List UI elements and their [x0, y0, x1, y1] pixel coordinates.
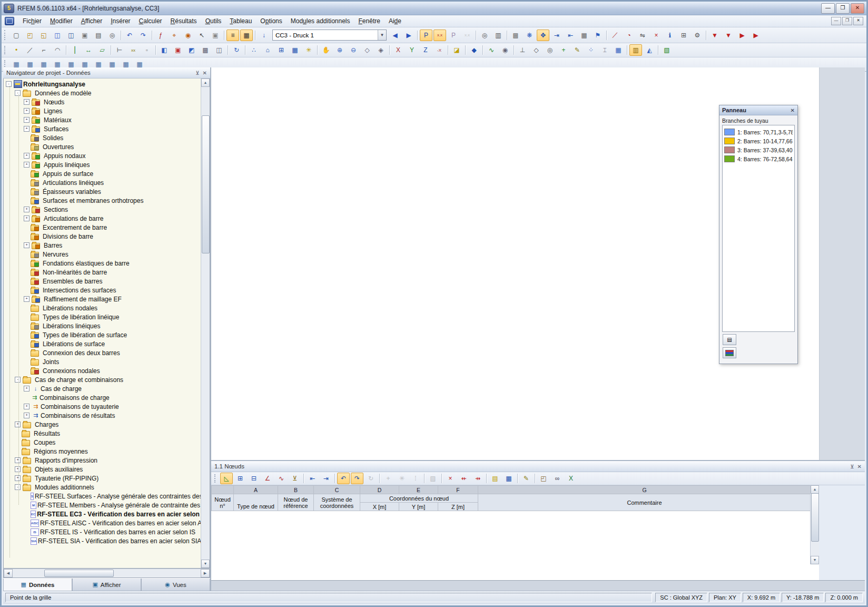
view-iso-icon[interactable]: ◈: [374, 44, 387, 56]
dimension-tool-icon[interactable]: ⊢: [113, 44, 126, 56]
tree-item-rf-steel-sia-v-rification-des-barres-en-[interactable]: SIARF-STEEL SIA - Vérification des barre…: [4, 536, 201, 545]
expand-icon[interactable]: +: [24, 386, 29, 391]
renumber-icon[interactable]: ▥: [492, 30, 505, 41]
color-scale-button[interactable]: [723, 347, 736, 358]
mdi-close-button[interactable]: ✕: [853, 17, 863, 25]
zoom-target-icon[interactable]: ◉: [182, 30, 194, 41]
tree-item-connexions-nodales[interactable]: Connexions nodales: [4, 366, 201, 375]
column-letter-B[interactable]: B: [278, 486, 314, 494]
close-button[interactable]: ✕: [851, 3, 864, 14]
close-icon[interactable]: ✕: [203, 70, 207, 76]
tree-item-modules-additionnels[interactable]: -Modules additionnels: [4, 483, 201, 492]
tree-item-r-sultats[interactable]: Résultats: [4, 429, 201, 438]
menu-fen-tre[interactable]: Fenêtre: [354, 16, 384, 26]
show-results-icon[interactable]: P: [447, 30, 460, 41]
tree-item-combinaisons-de-tuyauterie[interactable]: +⇉Combinaisons de tuyauterie: [4, 402, 201, 411]
tree-item-donn-es-de-mod-le[interactable]: -Données de modèle: [4, 89, 201, 97]
visibility-flag-icon[interactable]: ⚑: [591, 30, 604, 41]
pin-view-2-icon[interactable]: ▼: [722, 30, 735, 41]
edit-language-icon[interactable]: ƒ: [154, 30, 167, 41]
tree-item-articulations-de-barre[interactable]: +Articulations de barre: [4, 214, 201, 223]
expand-icon[interactable]: +: [24, 108, 29, 114]
expand-icon[interactable]: +: [15, 457, 21, 463]
rotate-view-icon[interactable]: ◔: [623, 30, 635, 41]
minimize-button[interactable]: —: [821, 3, 835, 14]
import-table-icon[interactable]: ◰: [537, 473, 550, 484]
view-z-icon[interactable]: Z: [419, 44, 432, 56]
edit-pen-icon[interactable]: ✎: [571, 44, 584, 56]
tree-item-rf-steel-is-v-rification-des-barres-en-a[interactable]: ISRF-STEEL IS - Vérification des barres …: [4, 527, 201, 536]
fill-down-icon[interactable]: ⊻: [289, 473, 301, 484]
expand-icon[interactable]: +: [15, 475, 21, 481]
visibility-eye-icon[interactable]: ◉: [499, 44, 511, 56]
open-model-icon[interactable]: ◱: [37, 30, 50, 41]
mdi-restore-button[interactable]: ❐: [842, 17, 852, 25]
nav-prev-icon[interactable]: ◀: [389, 30, 401, 41]
tree-item-nervures[interactable]: Nervures: [4, 250, 201, 259]
zoom-out-icon[interactable]: ⊖: [347, 44, 360, 56]
result-table-icon[interactable]: ▦: [612, 44, 625, 56]
insert-node-icon[interactable]: •: [10, 44, 23, 56]
tree-item-ouvertures[interactable]: Ouvertures: [4, 142, 201, 151]
pin-view-1-icon[interactable]: ▼: [708, 30, 721, 41]
clear-table-icon[interactable]: ▨: [427, 473, 439, 484]
support-add-icon[interactable]: +: [557, 44, 570, 56]
append-row-icon[interactable]: ⇸: [471, 473, 484, 484]
support-rigid-icon[interactable]: ◎: [544, 44, 556, 56]
show-result-values-icon[interactable]: x.x: [461, 30, 474, 41]
menu-outils[interactable]: Outils: [201, 16, 226, 26]
menu-modifier[interactable]: Modifier: [46, 16, 77, 26]
mdi-document-icon[interactable]: [5, 17, 14, 25]
undo-icon[interactable]: ↶: [123, 30, 136, 41]
disconnect-members-icon[interactable]: ⇤: [564, 30, 577, 41]
view-3d-icon[interactable]: ◇: [361, 44, 373, 56]
chart-line-icon[interactable]: ∠: [261, 473, 274, 484]
menu-ins-rer[interactable]: Insérer: [106, 16, 134, 26]
refresh-table-icon[interactable]: ↻: [364, 473, 377, 484]
copy-solid-icon[interactable]: ◫: [213, 44, 225, 56]
collapse-icon[interactable]: -: [15, 377, 21, 383]
tree-item-cas-de-charge-et-combinaisons[interactable]: -Cas de charge et combinaisons: [4, 375, 201, 384]
tree-item--paisseurs-variables[interactable]: Épaisseurs variables: [4, 187, 201, 196]
table-vertical-scrollbar[interactable]: ▲ ▼: [810, 485, 819, 564]
dots-item-icon[interactable]: ⁞: [409, 473, 422, 484]
legend-item[interactable]: 3: Barres: 37-39,63,40: [724, 145, 793, 154]
move-nodes-icon[interactable]: ✥: [537, 30, 549, 41]
tree-item-sections[interactable]: +Sections: [4, 205, 201, 214]
save-icon[interactable]: ◫: [65, 30, 77, 41]
tree-horizontal-scrollbar[interactable]: ◀ ▶: [3, 569, 210, 578]
insert-member-icon[interactable]: ⎮: [68, 44, 81, 56]
toolbar-grip[interactable]: [4, 30, 8, 40]
tree-item-lib-rations-nodales[interactable]: Libérations nodales: [4, 304, 201, 312]
scroll-right-icon[interactable]: ▶: [201, 569, 210, 577]
tree-item-combinaisons-de-r-sultats[interactable]: +⇉Combinaisons de résultats: [4, 411, 201, 420]
tree-item-lib-rations-de-surface[interactable]: Libérations de surface: [4, 339, 201, 348]
tree-item-divisions-de-barre[interactable]: Divisions de barre: [4, 232, 201, 241]
gen-lines-icon[interactable]: ∿: [485, 44, 498, 56]
tree-item-types-de-lib-ration-lin-ique[interactable]: Types de libération linéique: [4, 312, 201, 321]
tree-item-n-uds[interactable]: +Nœuds: [4, 97, 201, 106]
filter-table-icon[interactable]: ▦: [502, 473, 515, 484]
section-profile-icon[interactable]: ⌶: [598, 44, 611, 56]
scroll-up-icon[interactable]: ▲: [811, 485, 819, 494]
menu-aide[interactable]: Aide: [384, 16, 406, 26]
tree-item-intersections-des-surfaces[interactable]: Intersections des surfaces: [4, 286, 201, 295]
duplicate-icon[interactable]: ▣: [209, 30, 222, 41]
gen-star-icon[interactable]: ✳: [302, 44, 315, 56]
gen-cells-icon[interactable]: ⊞: [275, 44, 288, 56]
save-model-as-icon[interactable]: ◫: [51, 30, 64, 41]
pin-icon[interactable]: ⊻: [850, 464, 854, 469]
delete-red-icon[interactable]: ×: [444, 473, 457, 484]
show-loads-icon[interactable]: P: [420, 30, 432, 41]
draw-polyline-icon[interactable]: ⌐: [37, 44, 50, 56]
expand-icon[interactable]: +: [24, 153, 29, 159]
color-rows-icon[interactable]: ▤: [489, 473, 501, 484]
tree-item-surfaces-et-membranes-orthotropes[interactable]: Surfaces et membranes orthotropes: [4, 196, 201, 205]
collapse-icon[interactable]: -: [15, 90, 21, 96]
tree-item-non-lin-arit-s-de-barre[interactable]: Non-linéarités de barre: [4, 268, 201, 277]
tree-item-appuis-de-surface[interactable]: Appuis de surface: [4, 169, 201, 178]
tree-item-objets-auxiliaires[interactable]: +Objets auxiliaires: [4, 465, 201, 474]
print-preview-icon[interactable]: ◎: [106, 30, 119, 41]
status-work-plane[interactable]: Plan: XY: [709, 593, 741, 602]
tree-item-rohrleitungsanalyse[interactable]: -Rohrleitungsanalyse: [4, 80, 201, 89]
